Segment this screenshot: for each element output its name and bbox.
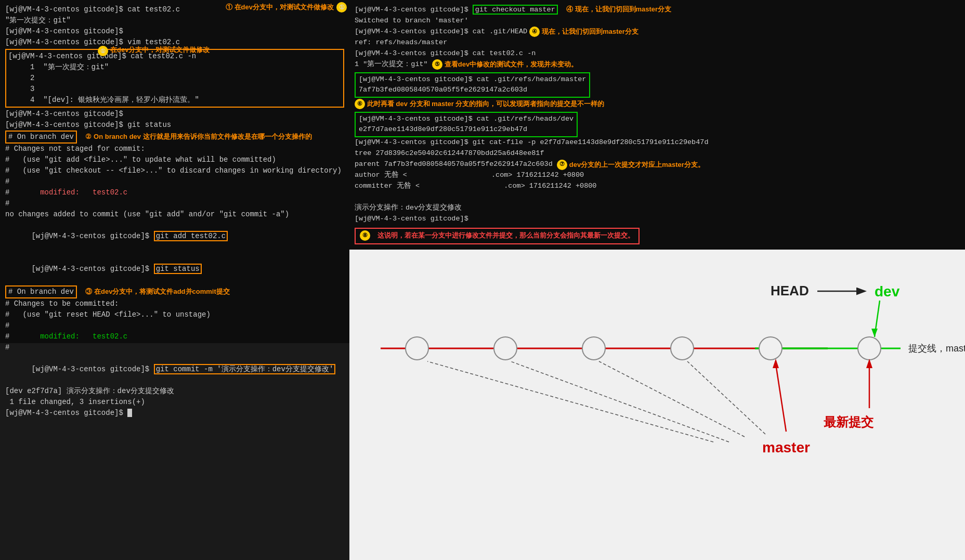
right-terminal: [wj@VM-4-3-centos gitcode]$ git checkout… — [349, 0, 965, 250]
annotation-3-text: ③ 在dev分支中，将测试文件add并commit提交 — [85, 288, 229, 295]
ann5-circle: ⑤ — [432, 59, 442, 70]
hint-add: # (use "git add <file>..." to update wha… — [5, 154, 344, 165]
changes-not-staged: # Changes not staged for commit: — [5, 144, 344, 154]
right-panel: [wj@VM-4-3-centos gitcode]$ git checkout… — [349, 0, 965, 560]
switched-branch: Switched to branch 'master' — [355, 16, 960, 27]
diagram-area: master 最新提交 HEAD — [349, 250, 965, 560]
cat-test02-n: [wj@VM-4-3-centos gitcode]$ cat test02.c… — [355, 48, 960, 59]
annotation-2-text: ② On branch dev 这行就是用来告诉你当前文件修改是在哪一个分支操作… — [85, 133, 311, 140]
master-hash: 7af7b3fed0805840570a05f5fe2629147a2c603d — [359, 85, 586, 96]
line-3: [wj@VM-4-3-centos gitcode]$ — [5, 26, 344, 37]
file-changed: 1 file changed, 3 insertions(+) — [5, 397, 344, 408]
commit-line-label: 提交线，master分支 — [908, 343, 965, 354]
modified-2: # modified: test02.c — [5, 331, 344, 342]
ann4-label2: 现在，让我们切回到master分支 — [542, 27, 638, 37]
git-add-cmd: [wj@VM-4-3-centos gitcode]$ git add test… — [5, 220, 344, 253]
ref-heads-master: ref: refs/heads/master — [355, 37, 960, 48]
commit-result: [dev e2f7d7a] 演示分支操作：dev分支提交修改 — [5, 386, 344, 397]
author-line: author 无咎 < .com> 1716211242 +0800 — [355, 170, 960, 181]
final-prompt: [wj@VM-4-3-centos gitcode]$ — [5, 408, 344, 419]
ann1-label: 在dev分支中，对测试文件做修改 — [110, 45, 210, 55]
branch-diagram-svg: master 最新提交 HEAD — [349, 250, 965, 468]
git-status-2-cmd: [wj@VM-4-3-centos gitcode]$ git status — [5, 253, 344, 285]
git-status-1: [wj@VM-4-3-centos gitcode]$ git status — [5, 120, 344, 131]
svg-point-9 — [858, 337, 881, 360]
modified-1: # modified: test02.c — [5, 187, 344, 198]
line-2: "第一次提交：git" — [5, 15, 344, 26]
svg-point-7 — [671, 337, 694, 360]
hint-checkout: # (use "git checkout -- <file>..." to di… — [5, 165, 344, 176]
ann1-bubble: ① — [98, 46, 108, 56]
terminal-output: [wj@VM-4-3-centos gitcode]$ cat test02.c… — [5, 4, 344, 419]
cat-n-4: 4 "[dev]: 银烛秋光冷画屏，轻罗小扇扑流萤。" — [8, 95, 341, 106]
ann8-circle: ⑧ — [360, 230, 370, 241]
commit-msg: 演示分支操作：dev分支提交修改 — [355, 203, 960, 214]
cat-n-2: 2 — [8, 73, 341, 84]
final-prompt-right: [wj@VM-4-3-centos gitcode]$ — [355, 214, 960, 225]
head-label: HEAD — [771, 283, 809, 298]
newest-commit-label: 最新提交 — [824, 415, 874, 429]
annotation-8-box: ⑧ 这说明，若在某一分支中进行修改文件并提交，那么当前分支会指向其最新一次提交。 — [355, 228, 640, 244]
cat-dev-ref: [wj@VM-4-3-centos gitcode]$ cat .git/ref… — [359, 114, 573, 125]
annotation-1-circle: ① — [336, 2, 347, 12]
on-branch-dev-box-1: # On branch dev — [5, 131, 77, 144]
hash-blank2: # — [5, 198, 344, 209]
line-blank1: [wj@VM-4-3-centos gitcode]$ — [5, 109, 344, 120]
dev-label: dev — [875, 283, 900, 299]
ann5-text: 查看dev中修改的测试文件，发现并未变动。 — [445, 59, 578, 70]
cat-n-3: 3 — [8, 84, 341, 95]
svg-point-8 — [759, 337, 782, 360]
ann7-text: dev分支的上一次提交才对应上master分支。 — [569, 160, 705, 170]
checkout-master-cmd: git checkout master — [473, 5, 558, 15]
cat-master-ref: [wj@VM-4-3-centos gitcode]$ cat .git/ref… — [359, 74, 586, 85]
ann4-circle: ④ — [529, 27, 540, 37]
svg-point-4 — [406, 337, 428, 360]
svg-point-6 — [582, 337, 605, 360]
cat-n-1: 1 "第一次提交：git" — [8, 62, 341, 73]
ann6-circle: ⑥ — [355, 99, 365, 109]
annotation-1-text: ① 在dev分支中，对测试文件做修改 — [226, 2, 334, 12]
ann8-text: 这说明，若在某一分支中进行修改文件并提交，那么当前分支会指向其最新一次提交。 — [377, 231, 634, 239]
no-changes: no changes added to commit (use "git add… — [5, 209, 344, 220]
left-terminal: [wj@VM-4-3-centos gitcode]$ cat test02.c… — [0, 0, 349, 343]
git-commit-cmd: [wj@VM-4-3-centos gitcode]$ git commit -… — [5, 353, 344, 386]
committer-line: committer 无咎 < .com> 1716211242 +0800 — [355, 181, 960, 192]
ann4-text: ④ 现在，让我们切回到master分支 — [566, 5, 671, 13]
svg-point-5 — [494, 337, 517, 360]
ann6-text: 此时再看 dev 分支和 master 分支的指向，可以发现两者指向的提交是不一… — [367, 99, 605, 109]
on-branch-dev-box-2: # On branch dev — [5, 285, 77, 298]
hash-blank1: # — [5, 176, 344, 187]
hint-reset: # (use "git reset HEAD <file>..." to uns… — [5, 309, 344, 320]
hash-blank4: # — [5, 342, 344, 353]
changes-to-commit: # Changes to be committed: — [5, 298, 344, 309]
tree-line: tree 27d8396c2e50402c612447870bdd25a6d48… — [355, 148, 960, 159]
master-label: master — [762, 439, 810, 455]
ann7-circle: ⑦ — [557, 160, 567, 170]
dev-hash: e2f7d7aee1143d8e9df280c51791e911c29eb47d — [359, 124, 573, 135]
git-catfile-cmd: [wj@VM-4-3-centos gitcode]$ git cat-file… — [355, 137, 960, 148]
hash-blank3: # — [5, 320, 344, 331]
